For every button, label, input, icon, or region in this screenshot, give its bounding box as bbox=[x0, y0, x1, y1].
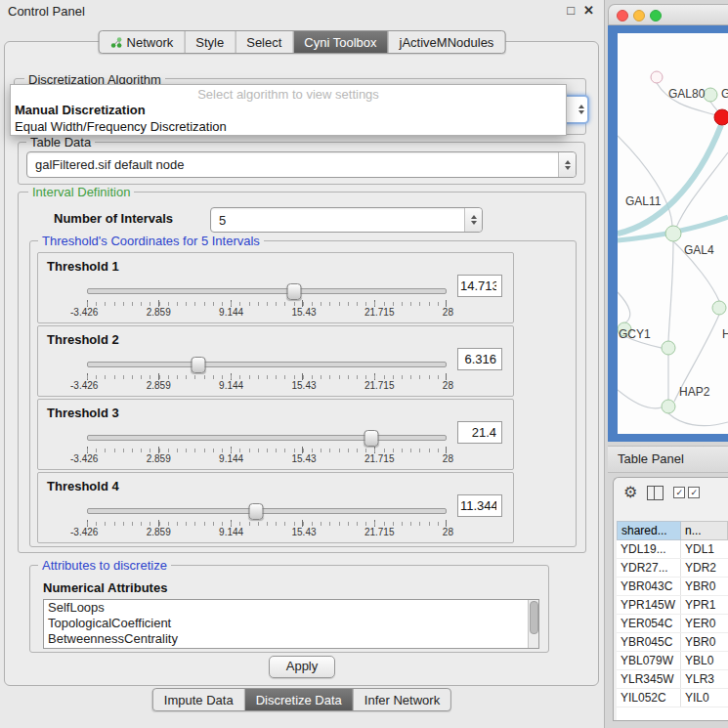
network-edge[interactable] bbox=[618, 390, 662, 408]
threshold-value-field[interactable] bbox=[457, 348, 502, 370]
cell: YIL052C bbox=[617, 689, 681, 707]
table-row[interactable]: YBR043CYBR0 bbox=[617, 578, 728, 596]
minimize-traffic-light[interactable] bbox=[633, 10, 645, 21]
table-row[interactable]: YBL079WYBL0 bbox=[617, 652, 728, 670]
network-node[interactable] bbox=[712, 301, 726, 315]
tick-label: 9.144 bbox=[219, 527, 243, 537]
tick-label: -3.426 bbox=[70, 527, 98, 537]
control-panel-window: Control Panel □ ✕ Network Style Select bbox=[0, 0, 605, 728]
network-node[interactable] bbox=[714, 109, 728, 125]
select-checks: ✓ ✓ bbox=[673, 487, 700, 498]
slider-thumb[interactable] bbox=[287, 283, 302, 300]
tab-jactivemnodules[interactable]: jActiveMNodules bbox=[388, 31, 505, 53]
network-edge[interactable] bbox=[668, 241, 673, 342]
network-tab-icon bbox=[110, 36, 123, 49]
network-edge[interactable] bbox=[668, 413, 728, 426]
network-node[interactable] bbox=[665, 226, 681, 241]
stepper-up-icon bbox=[565, 160, 571, 164]
network-node[interactable] bbox=[662, 341, 675, 355]
tick-label: -3.426 bbox=[70, 380, 98, 391]
tab-cyni-toolbox[interactable]: Cyni Toolbox bbox=[292, 31, 387, 53]
algorithm-dropdown: Select algorithm to view settings Manual… bbox=[10, 84, 567, 136]
tab-infer-network[interactable]: Infer Network bbox=[353, 689, 450, 710]
column-header-name[interactable]: n... bbox=[681, 521, 728, 540]
network-canvas[interactable]: GAL80GGAL11GAL4GCY1HHAP2 bbox=[618, 33, 728, 434]
tab-discretize-data[interactable]: Discretize Data bbox=[244, 689, 353, 710]
table-window: ⚙ ✓ ✓ shared... n... YDL19...YDL1 YDR27.… bbox=[613, 477, 728, 721]
control-panel-titlebar: Control Panel □ ✕ bbox=[0, 0, 604, 21]
network-edge[interactable] bbox=[618, 292, 630, 323]
threshold-value-field[interactable] bbox=[457, 494, 502, 517]
slider-ruler bbox=[87, 447, 447, 453]
network-node[interactable] bbox=[651, 71, 663, 83]
gear-icon[interactable]: ⚙ bbox=[623, 485, 637, 500]
threshold-slider[interactable] bbox=[87, 282, 447, 298]
tab-label: jActiveMNodules bbox=[400, 35, 494, 50]
number-of-intervals-combobox[interactable]: 5 bbox=[210, 207, 483, 233]
table-data-combobox[interactable]: galFiltered.sif default node bbox=[26, 151, 577, 178]
tick-label: 15.43 bbox=[292, 307, 317, 318]
threshold-slider[interactable] bbox=[87, 502, 447, 518]
dropdown-option-equal-width-frequency[interactable]: Equal Width/Frequency Discretization bbox=[11, 118, 566, 135]
zoom-traffic-light[interactable] bbox=[650, 10, 662, 21]
float-window-icon[interactable]: □ bbox=[567, 3, 575, 18]
list-item-selfloops[interactable]: SelfLoops bbox=[44, 600, 538, 616]
tick-label: 28 bbox=[443, 307, 453, 318]
tab-select[interactable]: Select bbox=[235, 31, 292, 53]
column-header-shared-name[interactable]: shared... bbox=[617, 521, 681, 540]
number-of-intervals-value: 5 bbox=[211, 213, 464, 228]
list-item-betweennesscentrality[interactable]: BetweennessCentrality bbox=[44, 631, 538, 647]
dropdown-option-manual-discretization[interactable]: Manual Discretization bbox=[11, 102, 566, 118]
threshold-slider[interactable] bbox=[87, 356, 447, 371]
network-node[interactable] bbox=[704, 88, 717, 102]
slider-scale: -3.4262.8599.14415.4321.71528 bbox=[70, 380, 453, 391]
table-row[interactable]: YLR345WYLR3 bbox=[617, 670, 728, 689]
apply-button[interactable]: Apply bbox=[269, 656, 335, 678]
slider-thumb[interactable] bbox=[192, 357, 206, 373]
list-scrollbar[interactable] bbox=[528, 600, 538, 648]
table-row[interactable]: YBR045CYBR0 bbox=[617, 633, 728, 652]
tick-label: 2.859 bbox=[147, 527, 171, 537]
list-item-topologicalcoefficient[interactable]: TopologicalCoefficient bbox=[44, 616, 538, 631]
table-row[interactable]: YDR27...YDR2 bbox=[617, 559, 728, 578]
threshold-slider[interactable] bbox=[87, 429, 447, 445]
tick-label: 28 bbox=[443, 527, 453, 537]
close-traffic-light[interactable] bbox=[617, 10, 628, 21]
slider-thumb[interactable] bbox=[248, 503, 263, 520]
stepper-down-icon bbox=[578, 110, 584, 114]
select-none-checkbox-icon[interactable]: ✓ bbox=[688, 487, 700, 498]
table-toolbar: ⚙ ✓ ✓ bbox=[614, 478, 728, 507]
cell: YPR145W bbox=[617, 596, 681, 614]
network-edge[interactable] bbox=[618, 125, 721, 234]
cell: YDL19... bbox=[617, 540, 681, 558]
threshold-value-field[interactable] bbox=[457, 421, 502, 444]
table-row[interactable]: YIL052CYIL0 bbox=[617, 689, 728, 707]
tab-style[interactable]: Style bbox=[184, 31, 235, 53]
threshold-panel-1: Threshold 1 -3.4262.8599.14415.4321.7152… bbox=[37, 252, 514, 323]
tab-label: Discretize Data bbox=[256, 693, 342, 707]
cell: YBL0 bbox=[681, 652, 728, 669]
table-data-legend: Table Data bbox=[26, 135, 95, 150]
cell: YDR2 bbox=[681, 559, 728, 577]
close-window-icon[interactable]: ✕ bbox=[583, 3, 594, 18]
scrollbar-thumb[interactable] bbox=[530, 601, 538, 634]
slider-scale: -3.4262.8599.14415.4321.71528 bbox=[70, 307, 453, 318]
select-all-checkbox-icon[interactable]: ✓ bbox=[673, 487, 685, 498]
tick-label: 15.43 bbox=[292, 527, 317, 537]
cell: YER0 bbox=[681, 615, 728, 632]
network-node[interactable] bbox=[662, 400, 675, 413]
table-row[interactable]: YER054CYER0 bbox=[617, 615, 728, 633]
threshold-value-field[interactable] bbox=[457, 275, 502, 297]
tab-impute-data[interactable]: Impute Data bbox=[153, 689, 244, 710]
threshold-label: Threshold 1 bbox=[47, 259, 119, 274]
threshold-panel-4: Threshold 4 -3.4262.8599.14415.4321.7152… bbox=[37, 472, 514, 543]
table-row[interactable]: YPR145WYPR1 bbox=[617, 596, 728, 615]
node-label: GAL11 bbox=[625, 194, 661, 208]
tick-label: 15.43 bbox=[292, 380, 317, 391]
slider-ruler bbox=[87, 373, 447, 380]
slider-thumb[interactable] bbox=[364, 430, 378, 447]
tab-network[interactable]: Network bbox=[100, 31, 185, 53]
table-row[interactable]: YDL19...YDL1 bbox=[617, 540, 728, 559]
columns-icon[interactable] bbox=[647, 486, 664, 500]
screen: Control Panel □ ✕ Network Style Select bbox=[0, 0, 728, 728]
